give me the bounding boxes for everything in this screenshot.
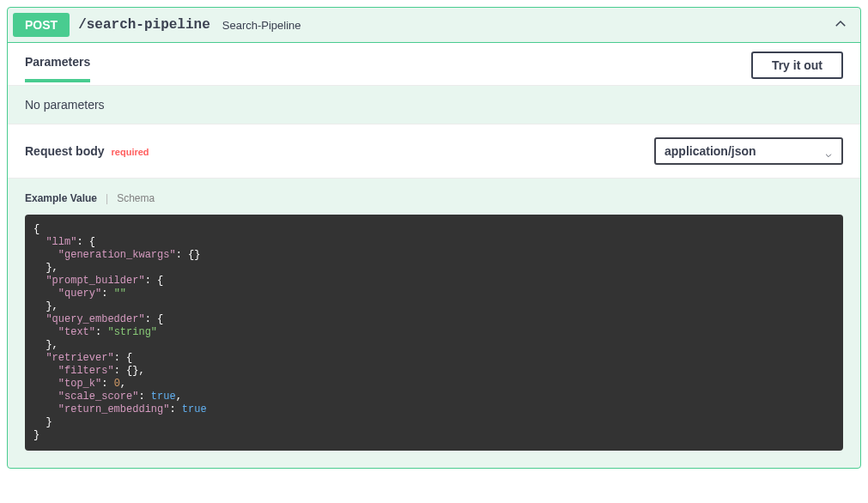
- json-bool: true: [151, 391, 176, 403]
- required-badge: required: [112, 147, 149, 157]
- endpoint-path: /search-pipeline: [78, 17, 210, 33]
- content-type-select[interactable]: application/json: [654, 137, 843, 165]
- no-parameters-text: No parameters: [8, 86, 860, 124]
- endpoint-summary: Search-Pipeline: [222, 19, 301, 32]
- json-key: "scale_score": [58, 391, 139, 403]
- json-key: "llm": [46, 236, 76, 248]
- json-key: "query": [58, 288, 101, 300]
- parameters-header: Parameters Try it out: [8, 43, 860, 86]
- json-key: "return_embedding": [58, 403, 170, 415]
- chevron-up-icon[interactable]: [833, 16, 848, 35]
- method-badge: POST: [13, 13, 70, 37]
- json-key: "filters": [58, 365, 114, 377]
- operation-body: Parameters Try it out No parameters Requ…: [8, 42, 860, 451]
- json-string: "": [114, 288, 126, 300]
- json-key: "query_embedder": [46, 313, 144, 325]
- json-key: "retriever": [46, 352, 113, 364]
- request-body-label: Request body: [25, 144, 105, 158]
- request-body-header: Request body required application/json: [8, 124, 860, 179]
- json-string: "string": [107, 326, 157, 338]
- json-key: "text": [58, 326, 95, 338]
- json-key: "generation_kwargs": [58, 249, 176, 261]
- json-bool: true: [182, 403, 207, 415]
- example-json-block: { "llm": { "generation_kwargs": {} }, "p…: [25, 215, 843, 451]
- schema-tab[interactable]: Schema: [108, 192, 155, 204]
- content-type-value: application/json: [665, 144, 756, 158]
- operation-summary-row[interactable]: POST /search-pipeline Search-Pipeline: [8, 8, 860, 42]
- chevron-down-icon: [824, 148, 833, 162]
- example-schema-tabs: Example Value|Schema: [8, 179, 860, 209]
- json-key: "prompt_builder": [46, 275, 144, 287]
- json-number: 0: [114, 378, 120, 390]
- json-key: "top_k": [58, 378, 101, 390]
- try-it-out-button[interactable]: Try it out: [751, 52, 843, 79]
- parameters-tab[interactable]: Parameters: [25, 55, 90, 82]
- example-value-tab[interactable]: Example Value: [25, 192, 106, 204]
- operation-block: POST /search-pipeline Search-Pipeline Pa…: [7, 7, 861, 469]
